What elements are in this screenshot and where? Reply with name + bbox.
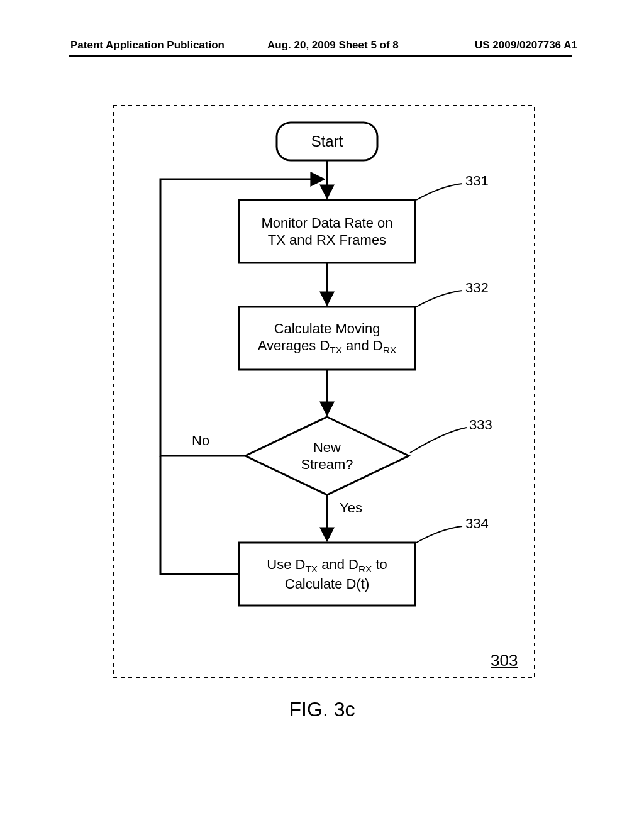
leader-331 [416,184,462,200]
ref-332: 332 [465,280,509,296]
ref-334: 334 [465,516,509,532]
header-right: US 2009/0207736 A1 [475,39,577,52]
step-332-text: Calculate MovingAverages DTX and DRX [239,307,415,370]
ref-333: 333 [469,417,513,433]
step-331-text: Monitor Data Rate onTX and RX Frames [239,200,415,263]
container-ref: 303 [491,651,528,670]
yes-label: Yes [340,500,377,516]
header-left: Patent Application Publication [70,39,225,52]
decision-333-text: NewStream? [277,428,377,484]
no-label: No [192,433,230,449]
step-334-text: Use DTX and DRX toCalculate D(t) [239,543,415,606]
leader-334 [416,526,462,543]
ref-331: 331 [465,173,509,189]
flowchart-container: Start Monitor Data Rate onTX and RX Fram… [69,88,572,717]
header-rule [69,55,572,57]
leader-332 [416,290,462,307]
figure-caption: FIG. 3c [0,698,644,721]
header-middle: Aug. 20, 2009 Sheet 5 of 8 [267,39,399,52]
leader-333 [410,428,467,453]
start-label: Start [277,123,377,160]
edge-334-loop [160,456,239,574]
